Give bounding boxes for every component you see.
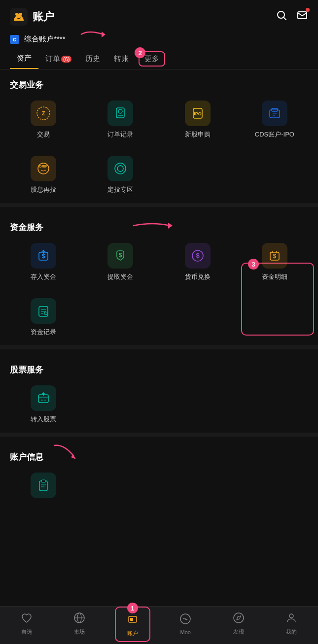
notification-dot <box>306 8 310 12</box>
service-exchange[interactable]: $ 货币兑换 <box>159 239 236 285</box>
service-fixed[interactable]: 定投专区 <box>82 152 159 198</box>
profile-label: 我的 <box>286 628 297 636</box>
transfer-stock-icon <box>31 385 56 411</box>
main-content: 账户 c 综合账户**** <box>0 0 318 550</box>
svg-point-37 <box>234 613 244 623</box>
svg-point-27 <box>44 312 47 315</box>
svg-point-38 <box>289 614 293 618</box>
stock-section-title: 股票服务 <box>0 354 318 381</box>
service-trading[interactable]: Z 交易 <box>5 97 82 143</box>
moo-label: Moo <box>180 629 191 635</box>
search-icon[interactable] <box>276 9 287 24</box>
service-fund-detail[interactable]: $ 资金明细 <box>236 239 313 285</box>
account-info-grid <box>0 469 318 506</box>
svg-text:$: $ <box>196 252 200 259</box>
fund-grid-wrapper: 3 $ 存入资金 <box>0 239 318 340</box>
svg-text:DRIP: DRIP <box>39 165 48 168</box>
account-info-icon <box>31 473 56 498</box>
account-info-header-row: 账户信息 <box>0 441 318 469</box>
tab-more[interactable]: 2 更多 <box>139 51 165 67</box>
header: 账户 <box>0 0 318 32</box>
bottom-tab-profile[interactable]: 我的 <box>265 612 318 636</box>
cds-label: CDS账户-IPO <box>255 130 294 139</box>
svg-point-9 <box>118 109 122 113</box>
svg-point-1 <box>15 13 18 16</box>
svg-rect-31 <box>41 480 45 482</box>
fund-detail-label: 资金明细 <box>262 272 287 281</box>
svg-text:$: $ <box>119 252 122 259</box>
svg-marker-18 <box>168 223 173 229</box>
order-record-label: 订单记录 <box>107 130 133 139</box>
header-actions <box>276 9 308 24</box>
tab-more-wrapper: 2 更多 <box>139 51 165 67</box>
service-ipo[interactable]: IPO 新股申购 <box>159 97 236 143</box>
bottom-tab-account-wrapper: 1 账户 <box>106 610 159 637</box>
fund-section: 资金服务 3 $ 存入资金 <box>0 212 318 340</box>
service-deposit[interactable]: $ 存入资金 <box>5 239 82 285</box>
exchange-icon: $ <box>185 243 211 269</box>
exchange-label: 货币兑换 <box>185 272 211 281</box>
bottom-tab-moo[interactable]: Moo <box>159 613 212 635</box>
svg-text:IPO: IPO <box>194 111 202 116</box>
withdraw-icon: $ <box>107 243 133 269</box>
bottom-tab-account[interactable]: 账户 <box>127 610 139 637</box>
divider-1 <box>0 203 318 207</box>
trading-section: 交易业务 Z 交易 <box>0 69 318 198</box>
fund-grid: $ 存入资金 $ 提取资金 <box>0 239 318 340</box>
account-name: 综合账户**** <box>24 34 65 44</box>
ipo-label: 新股申购 <box>185 130 211 139</box>
service-account-info[interactable] <box>5 469 82 506</box>
trading-label: 交易 <box>37 130 50 139</box>
header-left: 账户 <box>10 8 54 26</box>
tab-history[interactable]: 历史 <box>78 49 107 68</box>
trading-grid: Z 交易 订单记录 <box>0 97 318 198</box>
fund-detail-icon: $ <box>262 243 287 269</box>
arrow-annotation-2 <box>128 219 177 235</box>
market-icon <box>73 612 85 627</box>
step-badge-2: 2 <box>135 47 145 58</box>
discover-label: 发现 <box>233 628 244 636</box>
ipo-icon: IPO <box>185 101 211 126</box>
service-drip[interactable]: DRIP 股息再投 <box>5 152 82 198</box>
fund-record-icon <box>31 298 56 324</box>
deposit-label: 存入资金 <box>31 272 56 281</box>
mail-icon[interactable] <box>296 9 308 24</box>
stock-section: 股票服务 转入股票 <box>0 354 318 428</box>
bottom-tab-watchlist[interactable]: 自选 <box>0 612 53 636</box>
svg-point-16 <box>115 163 126 174</box>
svg-point-2 <box>19 13 22 16</box>
tab-orders[interactable]: 订单(6) <box>38 49 78 68</box>
fixed-label: 定投专区 <box>107 185 133 194</box>
withdraw-label: 提取资金 <box>107 272 133 281</box>
service-order-record[interactable]: 订单记录 <box>82 97 159 143</box>
tab-transfer[interactable]: 转账 <box>107 49 136 68</box>
market-label: 市场 <box>74 628 85 636</box>
tab-assets[interactable]: 资产 <box>10 49 38 69</box>
account-info-title: 账户信息 <box>10 441 53 469</box>
heart-icon <box>21 612 33 627</box>
cds-icon <box>262 101 287 126</box>
stock-grid: 转入股票 <box>0 381 318 428</box>
fund-record-label: 资金记录 <box>31 328 56 337</box>
account-row[interactable]: c 综合账户**** <box>0 32 318 49</box>
service-withdraw[interactable]: $ 提取资金 <box>82 239 159 285</box>
svg-rect-35 <box>130 618 133 621</box>
svg-text:$: $ <box>273 253 277 260</box>
drip-label: 股息再投 <box>31 185 56 194</box>
bottom-tab-market[interactable]: 市场 <box>53 612 106 636</box>
service-cds[interactable]: CDS账户-IPO <box>236 97 313 143</box>
svg-rect-28 <box>38 395 48 403</box>
account-tab-label: 账户 <box>127 630 138 637</box>
order-badge: (6) <box>61 56 71 63</box>
account-section-header: c 综合账户**** <box>0 32 318 49</box>
service-transfer-stock[interactable]: 转入股票 <box>5 381 82 428</box>
app-logo <box>10 8 28 26</box>
page-title: 账户 <box>33 9 54 24</box>
service-fund-record[interactable]: 资金记录 <box>5 294 82 340</box>
bottom-tab-discover[interactable]: 发现 <box>212 612 265 636</box>
transfer-stock-label: 转入股票 <box>31 415 56 424</box>
tab-navigation: 资产 订单(6) 历史 转账 2 更多 <box>0 49 318 69</box>
svg-point-17 <box>117 166 123 171</box>
moo-icon <box>179 613 191 628</box>
trading-section-title: 交易业务 <box>0 69 318 97</box>
